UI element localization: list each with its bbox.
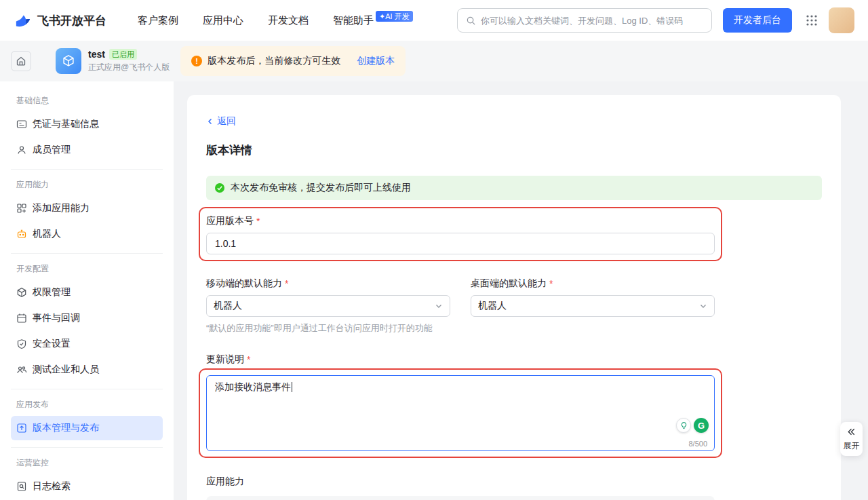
desktop-default-label: 桌面端的默认能力 *	[471, 277, 715, 290]
section-title: 运营监控	[11, 448, 163, 474]
brand[interactable]: 飞书开放平台	[14, 12, 106, 30]
test-users-icon	[16, 364, 27, 375]
sidebar-item-version-release[interactable]: 版本管理与发布	[11, 416, 163, 440]
section-title: 应用能力	[11, 170, 163, 196]
required-asterisk: *	[549, 278, 553, 289]
user-avatar[interactable]	[829, 7, 854, 33]
chevron-down-icon	[699, 302, 707, 310]
app-info: test 已启用 正式应用@飞书个人版	[88, 49, 170, 73]
mobile-default-label: 移动端的默认能力 *	[206, 277, 450, 290]
version-release-icon	[16, 423, 27, 434]
section-title: 开发配置	[11, 254, 163, 280]
required-asterisk: *	[256, 216, 260, 227]
apps-grid-icon[interactable]	[806, 14, 818, 26]
ai-dev-badge: ✦AI 开发	[376, 11, 413, 22]
section-title: 应用发布	[11, 389, 163, 416]
feishu-logo-icon	[14, 12, 32, 30]
top-navbar: 飞书开放平台 客户案例 应用中心 开发文档 智能助手 ✦AI 开发 开发者后台	[0, 0, 868, 41]
success-banner: 本次发布免审核，提交发布后即可上线使用	[206, 176, 822, 200]
app-enabled-badge: 已启用	[109, 49, 137, 60]
sidebar-item-security[interactable]: 安全设置	[11, 332, 163, 356]
sidebar-section-dev-config: 开发配置 权限管理 事件与回调 安全设置 测试企业和人员	[11, 253, 163, 382]
add-capability-icon	[16, 203, 27, 214]
text-cursor	[292, 382, 292, 392]
warning-text: 版本发布后，当前修改方可生效	[208, 55, 340, 67]
shield-check-icon	[16, 339, 27, 349]
sidebar-section-monitoring: 运营监控 日志检索	[11, 447, 163, 499]
sidebar-item-events[interactable]: 事件与回调	[11, 306, 163, 330]
home-button[interactable]	[11, 51, 31, 71]
main-nav: 客户案例 应用中心 开发文档 智能助手 ✦AI 开发	[138, 14, 413, 27]
writing-suggestion-icon[interactable]	[676, 418, 691, 433]
members-icon	[16, 145, 27, 155]
create-version-link[interactable]: 创建版本	[357, 55, 395, 67]
sidebar-item-credentials[interactable]: 凭证与基础信息	[11, 112, 163, 136]
back-link[interactable]: 返回	[206, 115, 236, 128]
version-warning-banner: ! 版本发布后，当前修改方可生效 创建版本	[180, 46, 406, 76]
check-circle-icon	[214, 182, 225, 193]
success-banner-text: 本次发布免审核，提交发布后即可上线使用	[231, 182, 411, 194]
robot-icon	[16, 229, 27, 239]
nav-item-dev-docs[interactable]: 开发文档	[268, 14, 309, 27]
grammarly-icon[interactable]: G	[694, 418, 709, 433]
section-title: 基础信息	[11, 85, 163, 112]
version-detail-card: 返回 版本详情 本次发布免审核，提交发布后即可上线使用 应用版本号 *	[187, 95, 841, 500]
sidebar-item-log-search[interactable]: 日志检索	[11, 474, 163, 499]
sidebar-item-add-capability[interactable]: 添加应用能力	[11, 196, 163, 220]
search-input[interactable]	[481, 16, 703, 26]
update-note-text: 添加接收消息事件	[215, 381, 291, 392]
version-input[interactable]	[206, 233, 715, 254]
global-search[interactable]	[457, 8, 712, 33]
sidebar-section-basic: 基础信息 凭证与基础信息 成员管理	[11, 85, 163, 162]
default-capability-hint: “默认的应用功能”即用户通过工作台访问应用时打开的功能	[206, 322, 715, 334]
sidebar-section-capabilities: 应用能力 添加应用能力 机器人	[11, 169, 163, 246]
update-note-textarea[interactable]: 添加接收消息事件 G 8/500	[206, 375, 715, 451]
update-note-label: 更新说明 *	[206, 353, 715, 366]
capability-section-label: 应用能力	[206, 476, 715, 488]
desktop-default-field: 桌面端的默认能力 * 机器人	[471, 277, 715, 317]
required-asterisk: *	[285, 278, 288, 289]
log-search-icon	[16, 481, 27, 492]
mobile-default-field: 移动端的默认能力 * 机器人	[206, 277, 450, 317]
sidebar-item-bot[interactable]: 机器人	[11, 222, 163, 246]
desktop-default-select[interactable]: 机器人	[471, 295, 715, 317]
capability-panel: 机器人 已启用	[206, 496, 715, 500]
dev-console-button[interactable]: 开发者后台	[723, 8, 792, 33]
brand-title: 飞书开放平台	[37, 13, 106, 28]
annotation-box-version: 应用版本号 *	[199, 207, 722, 261]
nav-item-app-center[interactable]: 应用中心	[203, 14, 243, 27]
sidebar: 基础信息 凭证与基础信息 成员管理 应用能力 添加应用能力 机器人 开发配置	[0, 81, 174, 500]
sidebar-item-members[interactable]: 成员管理	[11, 138, 163, 162]
page-title: 版本详情	[206, 142, 822, 158]
app-header-bar: test 已启用 正式应用@飞书个人版 ! 版本发布后，当前修改方可生效 创建版…	[0, 41, 868, 81]
expand-label: 展开	[840, 440, 863, 452]
app-cube-icon	[56, 48, 81, 74]
app-name: test	[88, 49, 105, 60]
expand-panel-button[interactable]: 展开	[840, 422, 863, 456]
required-asterisk: *	[247, 354, 250, 365]
version-form: 应用版本号 * 移动端的默认能力 * 机器人	[206, 207, 715, 500]
annotation-box-update-note: 添加接收消息事件 G 8/500	[199, 368, 722, 458]
chevron-down-icon	[435, 302, 443, 310]
search-icon	[466, 16, 476, 26]
back-chevron-icon	[206, 117, 214, 126]
sidebar-section-release: 应用发布 版本管理与发布	[11, 389, 163, 440]
sidebar-item-test-org[interactable]: 测试企业和人员	[11, 358, 163, 382]
nav-item-customer-cases[interactable]: 客户案例	[138, 14, 178, 27]
mobile-default-select[interactable]: 机器人	[206, 295, 450, 317]
char-count: 8/500	[688, 440, 707, 448]
events-calendar-icon	[16, 313, 27, 324]
sidebar-item-permissions[interactable]: 权限管理	[11, 280, 163, 305]
id-card-icon	[16, 119, 27, 130]
app-subtitle: 正式应用@飞书个人版	[88, 62, 170, 73]
nav-item-ai-assistant[interactable]: 智能助手 ✦AI 开发	[333, 14, 413, 27]
warning-icon: !	[191, 56, 202, 66]
version-label: 应用版本号 *	[206, 215, 715, 227]
permissions-box-icon	[16, 287, 27, 298]
main-area: 返回 版本详情 本次发布免审核，提交发布后即可上线使用 应用版本号 *	[174, 81, 868, 500]
double-chevron-left-icon	[840, 427, 863, 437]
